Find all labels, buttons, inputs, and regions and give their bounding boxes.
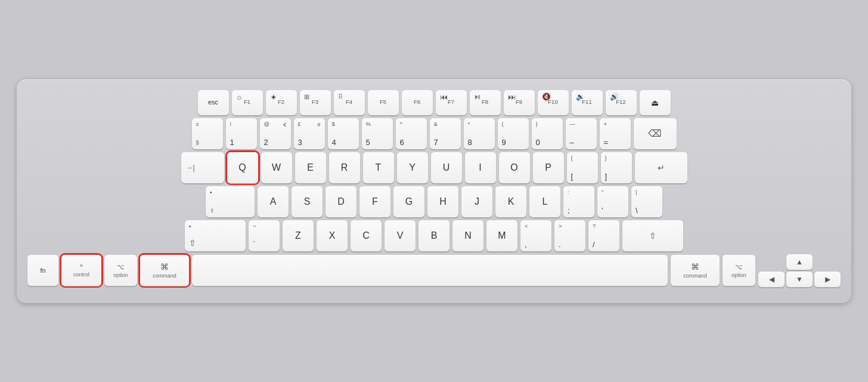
key-k[interactable]: K	[495, 186, 526, 217]
key-z[interactable]: Z	[283, 220, 314, 251]
key-h[interactable]: H	[427, 186, 458, 217]
key-v[interactable]: V	[385, 220, 416, 251]
arrow-bottom-row: ◀ ▼ ▶	[758, 272, 841, 287]
key-fn[interactable]: fn	[27, 255, 58, 286]
key-command-left[interactable]: ⌘ command	[140, 255, 189, 286]
key-tab[interactable]: →|	[181, 152, 224, 183]
key-option-left[interactable]: ⌥ option	[104, 255, 137, 286]
key-backspace[interactable]: ⌫	[634, 118, 677, 149]
key-arrow-up[interactable]: ▲	[786, 254, 813, 270]
key-section[interactable]: ± §	[192, 118, 223, 149]
key-control[interactable]: ^ control	[61, 255, 101, 286]
arrow-cluster: ▲ ◀ ▼ ▶	[758, 254, 841, 287]
key-comma[interactable]: < ,	[520, 220, 551, 251]
key-period[interactable]: > .	[554, 220, 585, 251]
zxcv-row: • ⇧ ~ ` Z X C V B N M < ,	[27, 220, 841, 251]
key-eject[interactable]: ⏏	[640, 90, 671, 115]
bottom-row: fn ^ control ⌥ option ⌘ command ⌘ comman…	[27, 254, 841, 287]
key-7[interactable]: & 7	[430, 118, 461, 149]
key-6[interactable]: ^ 6	[396, 118, 427, 149]
arrow-top-row: ▲	[758, 254, 841, 270]
key-3[interactable]: £ # 3	[294, 118, 325, 149]
key-e[interactable]: E	[295, 152, 326, 183]
function-row: esc ☼ F1 ✦ F2 ⊞ F3 ⠿ F4 F5 F6 ⏮ F7 ⏯	[27, 90, 841, 115]
key-1[interactable]: ! 1	[226, 118, 257, 149]
key-f4[interactable]: ⠿ F4	[334, 90, 365, 115]
key-backtick[interactable]: ~ `	[249, 220, 280, 251]
key-w[interactable]: W	[261, 152, 292, 183]
key-0[interactable]: ) 0	[532, 118, 563, 149]
key-f7[interactable]: ⏮ F7	[436, 90, 467, 115]
qwerty-row: →| Q W E R T Y U I O P {	[27, 152, 841, 183]
key-9[interactable]: ( 9	[498, 118, 529, 149]
key-f5[interactable]: F5	[368, 90, 399, 115]
key-backslash[interactable]: | \	[631, 186, 662, 217]
key-quote[interactable]: " '	[597, 186, 628, 217]
key-m[interactable]: M	[486, 220, 517, 251]
key-f3[interactable]: ⊞ F3	[300, 90, 331, 115]
key-d[interactable]: D	[326, 186, 356, 217]
key-shift-right[interactable]: ⇧	[622, 220, 683, 251]
key-x[interactable]: X	[317, 220, 348, 251]
key-return[interactable]: ↵	[635, 152, 687, 183]
key-4[interactable]: $ 4	[328, 118, 359, 149]
keyboard: esc ☼ F1 ✦ F2 ⊞ F3 ⠿ F4 F5 F6 ⏮ F7 ⏯	[17, 79, 851, 303]
key-o[interactable]: O	[499, 152, 530, 183]
number-row: ± § ! 1 @ € 2 £ # 3 $ 4 % 5 ^ 6 &	[27, 118, 841, 149]
key-slash[interactable]: ? /	[588, 220, 619, 251]
key-t[interactable]: T	[363, 152, 394, 183]
key-c[interactable]: C	[351, 220, 382, 251]
key-equals[interactable]: + =	[600, 118, 631, 149]
key-j[interactable]: J	[461, 186, 492, 217]
key-semicolon[interactable]: : ;	[563, 186, 594, 217]
key-command-right[interactable]: ⌘ command	[671, 255, 720, 286]
key-f2[interactable]: ✦ F2	[266, 90, 297, 115]
key-r[interactable]: R	[329, 152, 360, 183]
key-5[interactable]: % 5	[362, 118, 393, 149]
key-arrow-right[interactable]: ▶	[814, 272, 841, 287]
key-f11[interactable]: 🔉 F11	[572, 90, 603, 115]
key-shift-left[interactable]: • ⇧	[185, 220, 246, 251]
key-f10[interactable]: 🔇 F10	[538, 90, 569, 115]
key-space[interactable]	[192, 255, 668, 286]
key-minus[interactable]: — –	[566, 118, 597, 149]
key-open-bracket[interactable]: { [	[567, 152, 598, 183]
key-y[interactable]: Y	[397, 152, 428, 183]
key-8[interactable]: * 8	[464, 118, 495, 149]
key-g[interactable]: G	[393, 186, 424, 217]
key-2[interactable]: @ € 2	[260, 118, 291, 149]
key-n[interactable]: N	[452, 220, 483, 251]
key-f9[interactable]: ⏭ F9	[504, 90, 535, 115]
key-option-right[interactable]: ⌥ option	[723, 255, 755, 286]
key-f8[interactable]: ⏯ F8	[470, 90, 501, 115]
key-l[interactable]: L	[529, 186, 560, 217]
key-a[interactable]: A	[258, 186, 289, 217]
key-f12[interactable]: 🔊 F12	[606, 90, 637, 115]
key-caps-lock[interactable]: • ⇪	[206, 186, 255, 217]
key-arrow-down[interactable]: ▼	[786, 272, 813, 287]
key-arrow-left[interactable]: ◀	[758, 272, 785, 287]
key-close-bracket[interactable]: } ]	[601, 152, 632, 183]
key-b[interactable]: B	[418, 220, 450, 251]
key-f6[interactable]: F6	[402, 90, 433, 115]
asdf-row: • ⇪ A S D F G H J K L : ;	[27, 186, 841, 217]
key-u[interactable]: U	[431, 152, 462, 183]
key-q[interactable]: Q	[227, 152, 258, 183]
key-p[interactable]: P	[533, 152, 564, 183]
key-esc[interactable]: esc	[198, 90, 229, 115]
key-f1[interactable]: ☼ F1	[232, 90, 263, 115]
key-s[interactable]: S	[292, 186, 323, 217]
key-f[interactable]: F	[359, 186, 390, 217]
key-i[interactable]: I	[465, 152, 496, 183]
